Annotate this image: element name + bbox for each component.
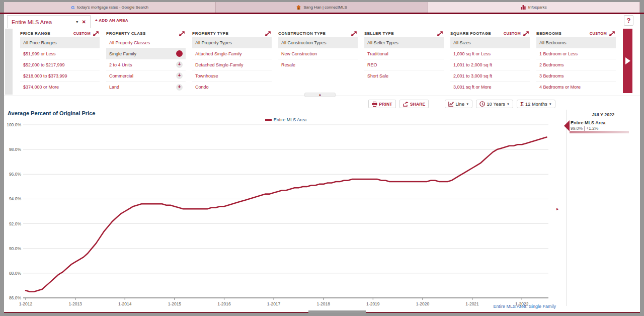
custom-link[interactable]: CUSTOM [504, 31, 521, 36]
filter-option-label: New Construction [281, 51, 355, 56]
add-plus-icon[interactable]: + [176, 72, 183, 79]
browser-tab-1[interactable]: Sang Han | connectMLS [216, 2, 428, 13]
filter-option[interactable]: 1 Bedroom or Less [536, 48, 616, 59]
app-content: Entire MLS Area ▼ ✕ + ADD AN AREA ? PRIC… [4, 14, 640, 313]
compare-arrows-icon[interactable] [265, 30, 272, 37]
filter-option[interactable]: All Construction Types [278, 37, 358, 48]
filter-column-square-footage: SQUARE FOOTAGECUSTOMAll Sizes1,000 sq ft… [450, 29, 530, 93]
filter-option[interactable]: Short Sale [364, 70, 444, 82]
browser-tab-bar: Gtoday's mortgage rates - Google SearchS… [4, 2, 640, 13]
filter-option-label: All Price Ranges [23, 40, 97, 45]
filter-option[interactable]: REO [364, 59, 444, 70]
filter-option[interactable]: All Price Ranges [20, 37, 100, 48]
filter-option[interactable]: All Property Classes [106, 37, 186, 48]
filter-option-label: Townhouse [195, 73, 269, 78]
filter-option[interactable]: $51,999 or Less [20, 48, 100, 59]
filter-option[interactable]: 2 to 4 Units+ [106, 59, 186, 70]
filter-option[interactable]: 3,001 sq ft or More [450, 82, 530, 93]
browser-tab-2[interactable]: Infosparks [428, 2, 640, 13]
compare-arrows-icon[interactable] [523, 30, 530, 37]
time-span-dropdown[interactable]: 10 Years ▼ [476, 100, 513, 108]
filter-option-label: $374,000 or More [23, 85, 97, 90]
filter-option[interactable]: All Sizes [450, 37, 530, 48]
filter-option[interactable]: 2 Bedrooms [536, 59, 616, 70]
printer-icon [372, 102, 377, 107]
filter-option-label: All Bedrooms [539, 40, 613, 45]
filter-option[interactable]: Detached Single-Family [192, 59, 272, 70]
filter-option[interactable]: Resale [278, 59, 358, 70]
side-panel-series-name: Entire MLS Area [571, 120, 605, 125]
filter-option-label: All Property Classes [109, 40, 183, 45]
line-chart-icon [448, 101, 454, 107]
filter-column-price-range: PRICE RANGECUSTOMAll Price Ranges$51,999… [20, 29, 100, 93]
custom-link[interactable]: CUSTOM [590, 31, 607, 36]
filter-option-label: Traditional [367, 51, 441, 56]
filter-option[interactable]: 1,000 sq ft or Less [450, 48, 530, 59]
filter-option-label: 4 Bedrooms or More [539, 85, 613, 90]
filter-option[interactable]: All Seller Types [364, 37, 444, 48]
filter-option-label: 1,001 to 2,000 sq ft [453, 62, 527, 67]
clock-icon [479, 101, 485, 107]
chevron-down-icon[interactable]: ▼ [75, 20, 79, 24]
compare-arrows-icon[interactable] [93, 30, 100, 37]
filter-option[interactable]: Attached Single-Family [192, 48, 272, 59]
compare-arrows-icon[interactable] [609, 30, 616, 37]
filter-column-property-type: PROPERTY TYPEAll Property TypesAttached … [192, 29, 272, 93]
filter-option[interactable]: $374,000 or More [20, 82, 100, 93]
filter-option[interactable]: $218,000 to $373,999 [20, 70, 100, 82]
filter-option-label: All Property Types [195, 40, 269, 45]
chart-expand-arrow[interactable]: ▸ [556, 206, 559, 211]
filter-option[interactable]: All Property Types [192, 37, 272, 48]
filter-column-property-class: PROPERTY CLASSAll Property ClassesSingle… [106, 29, 186, 93]
filter-scroll-right-button[interactable] [623, 29, 632, 93]
filter-option[interactable]: New Construction [278, 48, 358, 59]
svg-text:94.0%: 94.0% [9, 196, 22, 201]
chart-type-dropdown[interactable]: Line ▼ [445, 100, 472, 108]
filter-option[interactable]: 1,001 to 2,000 sq ft [450, 59, 530, 70]
svg-text:98.0%: 98.0% [9, 147, 22, 152]
filter-scroll-left-strip[interactable] [5, 29, 13, 95]
side-panel-series-bar [570, 131, 629, 133]
area-name: Entire MLS Area [12, 19, 72, 25]
filter-option[interactable]: Condo [192, 82, 272, 93]
area-selector-tab[interactable]: Entire MLS Area ▼ ✕ [7, 15, 91, 28]
add-an-area-button[interactable]: + ADD AN AREA [95, 18, 128, 23]
filter-option[interactable]: $52,000 to $217,999 [20, 59, 100, 70]
chevron-down-icon: ▼ [466, 103, 469, 106]
side-panel-divider [566, 110, 567, 306]
filter-option-label: $51,999 or Less [23, 51, 97, 56]
filter-option[interactable]: 4 Bedrooms or More [536, 82, 616, 93]
svg-text:92.0%: 92.0% [9, 221, 22, 226]
filter-option[interactable]: 2,001 to 3,000 sq ft [450, 70, 530, 82]
filter-option[interactable]: Land+ [106, 82, 186, 93]
filter-collapse-handle[interactable]: ▲ [304, 93, 336, 97]
aggregation-dropdown[interactable]: Σ 12 Months ▼ [517, 100, 555, 108]
horizontal-scrollbar-thumb[interactable] [308, 310, 366, 313]
browser-tab-0[interactable]: Gtoday's mortgage rates - Google Search [4, 2, 216, 13]
filter-option[interactable]: Single Family [106, 48, 186, 59]
close-icon[interactable]: ✕ [82, 19, 86, 25]
browser-tab-label: today's mortgage rates - Google Search [77, 5, 148, 10]
svg-text:100.0%: 100.0% [7, 122, 21, 127]
custom-link[interactable]: CUSTOM [73, 31, 91, 36]
share-label: SHARE [410, 102, 426, 107]
scroll-right-icon [625, 57, 630, 64]
filter-column-title: SQUARE FOOTAGE [450, 31, 502, 36]
filter-option-label: Detached Single-Family [195, 62, 269, 67]
add-plus-icon[interactable]: + [176, 84, 183, 91]
filter-option[interactable]: 3 Bedrooms [536, 70, 616, 82]
filter-column-bedrooms: BEDROOMSCUSTOMAll Bedrooms1 Bedroom or L… [536, 29, 616, 93]
filter-option[interactable]: Commercial+ [106, 70, 186, 82]
add-plus-icon[interactable]: + [176, 61, 183, 68]
compare-arrows-icon[interactable] [179, 30, 186, 37]
filter-column-title: PRICE RANGE [20, 31, 71, 36]
print-button[interactable]: PRINT [368, 100, 396, 108]
compare-arrows-icon[interactable] [437, 30, 444, 37]
help-button[interactable]: ? [624, 15, 633, 26]
svg-text:96.0%: 96.0% [9, 172, 22, 177]
share-button[interactable]: SHARE [399, 100, 429, 108]
filter-option[interactable]: All Bedrooms [536, 37, 616, 48]
filter-option[interactable]: Traditional [364, 48, 444, 59]
compare-arrows-icon[interactable] [351, 30, 358, 37]
filter-option[interactable]: Townhouse [192, 70, 272, 82]
